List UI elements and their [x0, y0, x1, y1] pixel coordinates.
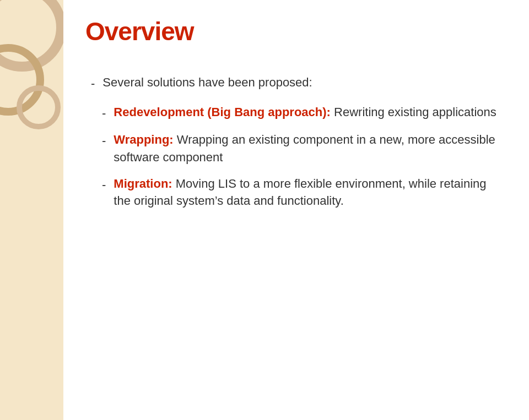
left-sidebar — [0, 0, 63, 420]
decorative-circle-small — [17, 85, 61, 129]
text-wrapping: Wrapping: Wrapping an existing component… — [114, 131, 501, 166]
text-migration: Migration: Moving LIS to a more flexible… — [114, 175, 501, 210]
main-list: - Several solutions have been proposed: — [91, 74, 501, 92]
list-item-migration: - Migration: Moving LIS to a more flexib… — [102, 175, 501, 210]
dash-migration: - — [102, 176, 106, 194]
slide-title: Overview — [85, 17, 501, 46]
keyword-redevelopment: Redevelopment (Big Bang approach): — [114, 105, 331, 119]
keyword-migration: Migration: — [114, 177, 172, 190]
intro-text: Several solutions have been proposed: — [102, 74, 501, 91]
text-redevelopment-body: Rewriting existing applications — [334, 105, 496, 119]
keyword-wrapping: Wrapping: — [114, 133, 173, 146]
intro-item: - Several solutions have been proposed: — [91, 74, 501, 92]
list-item-wrapping: - Wrapping: Wrapping an existing compone… — [102, 131, 501, 166]
dash-wrapping: - — [102, 132, 106, 150]
sub-list: - Redevelopment (Big Bang approach): Rew… — [102, 103, 501, 210]
intro-dash: - — [91, 75, 95, 92]
slide-container: Overview - Several solutions have been p… — [0, 0, 529, 420]
dash-redevelopment: - — [102, 105, 106, 122]
text-redevelopment: Redevelopment (Big Bang approach): Rewri… — [114, 103, 501, 121]
list-item-redevelopment: - Redevelopment (Big Bang approach): Rew… — [102, 103, 501, 122]
content-area: Overview - Several solutions have been p… — [63, 0, 529, 420]
